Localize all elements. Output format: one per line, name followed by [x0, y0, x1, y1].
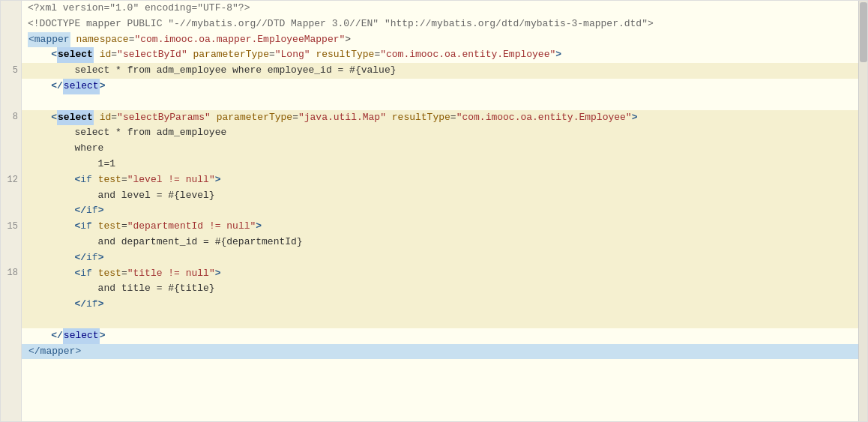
select-tag-1: select: [57, 47, 94, 63]
code-line-23: </mapper>: [22, 344, 867, 360]
code-line-10: where: [22, 141, 867, 157]
if-close-bracket-20: </: [74, 297, 86, 313]
line-num-23: [1, 344, 21, 360]
code-line-16: and department_id = #{departmentId}: [22, 235, 867, 250]
indent-8: [28, 110, 51, 126]
indent-22: [28, 328, 51, 344]
code-line-14: </if>: [22, 203, 867, 219]
if-close-end-20: >: [98, 297, 104, 313]
code-line-3: <mapper namespace="com.imooc.oa.mapper.E…: [22, 32, 867, 48]
mapper-open-tag: <mapper: [28, 32, 70, 48]
mapper-attr: namespace="com.imooc.oa.mapper.EmployeeM…: [70, 32, 352, 48]
line-num-9: [1, 125, 21, 141]
line-numbers: 5 8 12 15 18: [1, 1, 22, 421]
line-num-7: [1, 94, 21, 110]
if-bracket-18: <: [74, 266, 80, 282]
indent-18: [28, 266, 74, 282]
code-line-15: <if test="departmentId != null">: [22, 219, 867, 235]
code-line-12: <if test="level != null">: [22, 172, 867, 188]
if-tag-dept-open: if: [80, 219, 92, 235]
if-attr-18: test="title != null": [92, 266, 215, 282]
code-line-17: </if>: [22, 250, 867, 266]
code-line-6: </select>: [22, 79, 867, 94]
line-num-20: [1, 297, 21, 313]
blank-21: [28, 313, 34, 328]
line-num-11: [1, 157, 21, 172]
select-tag-2: select: [57, 110, 94, 126]
code-line-11: 1=1: [22, 157, 867, 172]
body-9: adm_employee: [151, 125, 226, 141]
select-close-1: select: [63, 79, 100, 94]
code-line-21: [22, 313, 867, 328]
editor-container: 5 8 12 15 18 <?xml version="1.0" encodin…: [0, 0, 868, 422]
if-close-bracket-14: </: [74, 203, 86, 219]
line-num-19: [1, 281, 21, 297]
code-line-9: select * from adm_employee: [22, 125, 867, 141]
line-num-2: [1, 16, 21, 32]
code-line-4: <select id="selectById" parameterType="L…: [22, 47, 867, 63]
if-bracket-close-12: >: [215, 172, 221, 188]
indent-9: select *: [28, 125, 127, 141]
line-num-17: [1, 250, 21, 266]
if-attr-15: test="departmentId != null": [92, 219, 256, 235]
line-num-5: 5: [1, 63, 21, 79]
line-num-15: 15: [1, 219, 21, 235]
line-num-6: [1, 79, 21, 94]
code-line-20: </if>: [22, 297, 867, 313]
select-close-2: select: [63, 328, 100, 344]
scrollbar-thumb[interactable]: [860, 2, 867, 62]
tag-bracket-8: <: [51, 110, 57, 126]
if-bracket-12: <: [74, 172, 80, 188]
code-line-5: select * from adm_employee where employe…: [22, 63, 867, 79]
indent-15: [28, 219, 74, 235]
line-num-16: [1, 235, 21, 250]
if-close-end-14: >: [98, 203, 104, 219]
indent-5: select *: [28, 63, 127, 79]
tag-bracket-close-4: >: [555, 47, 561, 63]
body-19: and title = #{title}: [28, 281, 215, 297]
if-close-end-17: >: [98, 250, 104, 266]
indent-14: [28, 203, 74, 219]
if-tag-level-open: if: [80, 172, 92, 188]
if-tag-dept-close: if: [86, 250, 98, 266]
line-num-22: [1, 328, 21, 344]
line-num-4: [1, 47, 21, 63]
line-num-3: [1, 32, 21, 48]
indent-10: where: [28, 141, 103, 157]
code-line-7: [22, 94, 867, 110]
if-attr-12: test="level != null": [92, 172, 215, 188]
if-close-bracket-17: </: [74, 250, 86, 266]
select-attrs-1: id="selectById" parameterType="Long" res…: [94, 47, 555, 63]
line-num-10: [1, 141, 21, 157]
line-num-14: [1, 203, 21, 219]
from-keyword-5: from: [127, 63, 151, 79]
line-num-21: [1, 313, 21, 328]
line-num-1: [1, 1, 21, 16]
line-num-18: 18: [1, 266, 21, 282]
if-bracket-close-18: >: [215, 266, 221, 282]
line-num-13: [1, 188, 21, 204]
blank-7: [28, 94, 34, 110]
code-line-2: <!DOCTYPE mapper PUBLIC "-//mybatis.org/…: [22, 16, 867, 32]
mapper-close-tag: </mapper>: [28, 344, 82, 360]
body-5: adm_employee where employee_id = #{value…: [151, 63, 397, 79]
from-keyword-9: from: [127, 125, 151, 141]
body-16: and department_id = #{departmentId}: [28, 235, 303, 250]
code-line-18: <if test="title != null">: [22, 266, 867, 282]
doctype-line: <!DOCTYPE mapper PUBLIC "-//mybatis.org/…: [28, 16, 654, 32]
body-13: and level = #{level}: [28, 188, 215, 204]
close-end-22: >: [100, 328, 106, 344]
line-num-8: 8: [1, 110, 21, 126]
code-area[interactable]: <?xml version="1.0" encoding="UTF-8"?> <…: [22, 1, 867, 421]
code-line-19: and title = #{title}: [22, 281, 867, 297]
line-num-12: 12: [1, 172, 21, 188]
indent-6: [28, 79, 51, 94]
if-tag-title-open: if: [80, 266, 92, 282]
if-tag-level-close: if: [86, 203, 98, 219]
indent-20: [28, 297, 74, 313]
code-line-22: </select>: [22, 328, 867, 344]
scrollbar-right[interactable]: [858, 1, 867, 421]
code-line-13: and level = #{level}: [22, 188, 867, 204]
indent-17: [28, 250, 74, 266]
if-bracket-15: <: [74, 219, 80, 235]
